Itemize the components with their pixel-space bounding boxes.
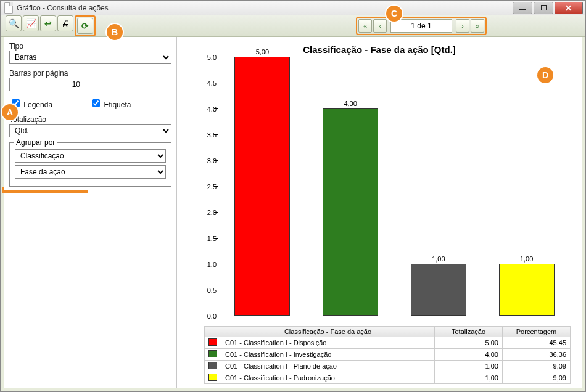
legend-label-cell: C01 - Classification I - Padronização <box>221 372 435 384</box>
bar: 4,00 <box>320 100 381 316</box>
zoom-button[interactable]: 🔍 <box>6 15 22 31</box>
barras-por-pagina-label: Barras por página <box>9 69 171 78</box>
bar-value-label: 1,00 <box>432 255 445 263</box>
titlebar: Gráfico - Consulta de ações ✕ <box>1 1 585 15</box>
callout-b: B <box>107 24 123 40</box>
bar: 5,00 <box>231 48 293 316</box>
bar-rect <box>323 108 378 316</box>
chart-area: 0.00.51.01.52.02.53.03.54.04.55.0 5,004,… <box>218 57 571 316</box>
toolbar-group-left: 🔍 📈 ↩ 🖨 ⟳ <box>6 15 96 36</box>
y-tick-label: 1.5 <box>193 235 217 242</box>
y-tick-label: 3.0 <box>193 157 217 165</box>
legend-pct-cell: 36,36 <box>503 349 571 361</box>
y-tick-label: 2.5 <box>193 183 217 190</box>
chevron-left-icon: ‹ <box>379 22 381 30</box>
y-tick-label: 0.0 <box>193 312 217 320</box>
chart-icon: 📈 <box>26 18 36 28</box>
agrupar1-select[interactable]: Classificação <box>15 149 166 163</box>
maximize-icon <box>541 5 547 10</box>
y-tick-label: 0.5 <box>193 287 217 294</box>
back-button[interactable]: ↩ <box>40 15 56 31</box>
document-icon <box>4 2 13 14</box>
chart-type-button[interactable]: 📈 <box>23 15 39 31</box>
color-swatch <box>208 350 217 357</box>
etiqueta-checkbox-wrap[interactable]: Etiqueta <box>89 97 131 109</box>
legend-pct-cell: 9,09 <box>503 361 571 372</box>
chart-pane: Classificação - Fase da ação [Qtd.] 0.00… <box>177 37 582 388</box>
refresh-highlight: ⟳ <box>75 15 96 36</box>
bar-rect <box>234 57 290 316</box>
table-row: C01 - Classification I - Plano de ação1,… <box>205 361 571 372</box>
agrupar2-select[interactable]: Fase da ação <box>15 165 166 179</box>
legend-swatch-cell <box>205 337 221 349</box>
y-tick-label: 2.0 <box>193 209 217 216</box>
minimize-icon <box>519 9 526 10</box>
table-row: C01 - Classification I - Padronização1,0… <box>205 372 571 384</box>
print-icon: 🖨 <box>61 18 70 28</box>
pager-first-button[interactable]: « <box>358 19 372 33</box>
pager-highlight: « ‹ 1 de 1 › » <box>356 17 487 35</box>
legend-total-cell: 5,00 <box>435 337 503 349</box>
bar: 1,00 <box>408 255 469 316</box>
zoom-icon: 🔍 <box>9 18 19 28</box>
table-row: C01 - Classification I - Investigação4,0… <box>205 349 571 361</box>
app-window: Gráfico - Consulta de ações ✕ 🔍 📈 ↩ 🖨 ⟳ … <box>0 0 586 392</box>
color-swatch <box>208 374 217 381</box>
pager-last-button[interactable]: » <box>471 19 484 33</box>
bars-container: 5,004,001,001,00 <box>218 57 571 316</box>
toolbar: 🔍 📈 ↩ 🖨 ⟳ « ‹ 1 de 1 › » <box>1 15 585 37</box>
tipo-select[interactable]: Barras <box>9 51 171 64</box>
totalizacao-select[interactable]: Qtd. <box>9 124 171 137</box>
pager-next-button[interactable]: › <box>456 19 469 33</box>
minimize-button[interactable] <box>513 2 532 14</box>
legend-col-pct: Porcentagem <box>503 327 571 337</box>
tipo-label: Tipo <box>9 42 171 51</box>
legend-label-cell: C01 - Classification I - Investigação <box>221 349 435 361</box>
y-tick-label: 4.0 <box>193 105 217 113</box>
close-button[interactable]: ✕ <box>555 2 583 14</box>
bar-rect <box>499 264 555 316</box>
agrupar-por-legend: Agrupar por <box>14 138 57 147</box>
double-chevron-left-icon: « <box>363 22 367 30</box>
legend-label-cell: C01 - Classification I - Disposição <box>221 337 435 349</box>
bar: 1,00 <box>496 255 558 316</box>
y-tick-label: 1.0 <box>193 261 217 268</box>
legend-swatch-header <box>205 327 221 337</box>
back-icon: ↩ <box>44 18 52 28</box>
legend-pct-cell: 45,45 <box>503 337 571 349</box>
print-button[interactable]: 🖨 <box>57 15 73 31</box>
color-swatch <box>208 362 217 369</box>
legend-total-cell: 4,00 <box>435 349 503 361</box>
maximize-button[interactable] <box>534 2 553 14</box>
legend-swatch-cell <box>205 361 221 372</box>
legend-label-cell: C01 - Classification I - Plano de ação <box>221 361 435 372</box>
etiqueta-label: Etiqueta <box>104 100 131 109</box>
refresh-button[interactable]: ⟳ <box>77 18 93 34</box>
legend-swatch-cell <box>205 349 221 361</box>
table-row: C01 - Classification I - Disposição5,004… <box>205 337 571 349</box>
window-title: Gráfico - Consulta de ações <box>17 4 109 12</box>
color-swatch <box>208 338 217 346</box>
y-tick-label: 3.5 <box>193 131 217 139</box>
legend-col-total: Totalização <box>435 327 503 337</box>
legenda-label: Legenda <box>23 100 52 109</box>
bar-value-label: 5,00 <box>256 48 269 55</box>
close-icon: ✕ <box>565 3 572 13</box>
chevron-right-icon: › <box>461 22 464 30</box>
callout-c: C <box>386 6 402 22</box>
bar-value-label: 1,00 <box>520 255 533 263</box>
bar-value-label: 4,00 <box>344 100 357 107</box>
body: Tipo Barras Barras por página Legenda Et… <box>1 37 585 391</box>
y-axis: 0.00.51.01.52.02.53.03.54.04.55.0 <box>193 57 217 316</box>
double-chevron-right-icon: » <box>476 22 479 30</box>
etiqueta-checkbox[interactable] <box>92 99 100 107</box>
pager-display: 1 de 1 <box>390 19 452 33</box>
y-tick-label: 4.5 <box>193 80 217 87</box>
sidebar-highlight-line <box>2 187 88 193</box>
bar-rect <box>411 264 466 316</box>
agrupar-por-fieldset: Agrupar por Classificação Fase da ação <box>9 142 171 187</box>
pager: « ‹ 1 de 1 › » <box>356 17 487 35</box>
barras-por-pagina-input[interactable] <box>9 78 83 91</box>
y-tick-label: 5.0 <box>193 54 217 61</box>
pager-prev-button[interactable]: ‹ <box>373 19 387 33</box>
